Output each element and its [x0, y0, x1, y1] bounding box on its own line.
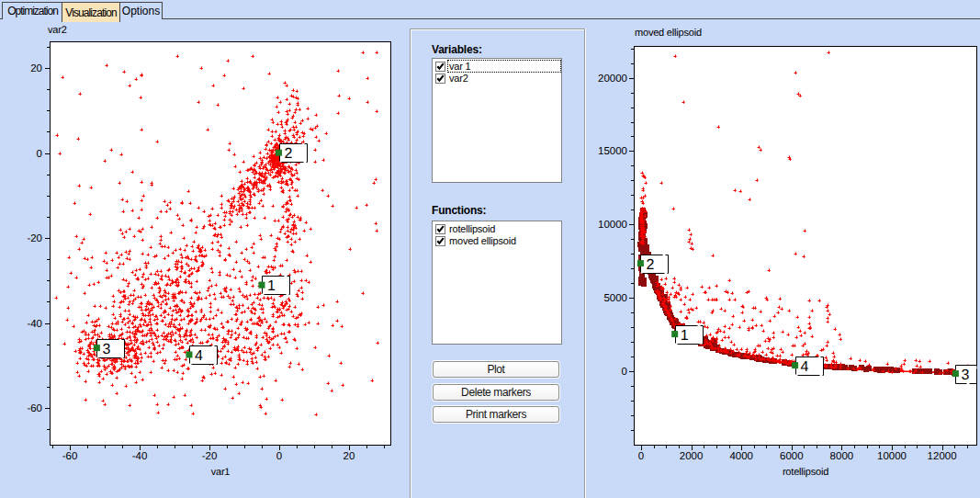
svg-text:6000: 6000 [780, 451, 804, 462]
svg-text:moved ellipsoid: moved ellipsoid [635, 28, 702, 39]
svg-text:1: 1 [681, 328, 689, 344]
svg-text:10000: 10000 [877, 451, 907, 462]
svg-text:8000: 8000 [830, 451, 854, 462]
svg-text:12000: 12000 [928, 451, 957, 462]
svg-text:5000: 5000 [603, 293, 627, 304]
svg-text:20000: 20000 [598, 74, 627, 85]
svg-text:0: 0 [638, 451, 644, 462]
svg-text:4000: 4000 [729, 451, 753, 462]
svg-text:-20: -20 [27, 233, 42, 244]
svg-text:0: 0 [622, 367, 627, 378]
svg-text:var1: var1 [211, 467, 231, 478]
svg-text:10000: 10000 [598, 220, 627, 231]
svg-text:3: 3 [102, 342, 110, 357]
svg-text:-60: -60 [27, 403, 42, 414]
svg-text:20: 20 [344, 451, 355, 462]
svg-text:2: 2 [285, 146, 293, 162]
svg-text:0: 0 [37, 149, 42, 160]
svg-text:-40: -40 [132, 451, 148, 462]
svg-text:-60: -60 [62, 451, 78, 462]
svg-text:-40: -40 [27, 319, 42, 330]
svg-text:-20: -20 [202, 451, 218, 462]
svg-text:1: 1 [267, 278, 276, 294]
svg-text:20: 20 [30, 63, 42, 74]
svg-text:var2: var2 [48, 25, 67, 36]
svg-text:3: 3 [961, 368, 969, 383]
svg-text:2: 2 [646, 257, 654, 273]
svg-text:4: 4 [801, 359, 809, 375]
svg-text:0: 0 [276, 451, 282, 462]
svg-text:rotellipsoid: rotellipsoid [783, 467, 828, 478]
svg-text:4: 4 [195, 348, 203, 364]
svg-text:2000: 2000 [680, 451, 704, 462]
svg-text:15000: 15000 [598, 146, 627, 157]
